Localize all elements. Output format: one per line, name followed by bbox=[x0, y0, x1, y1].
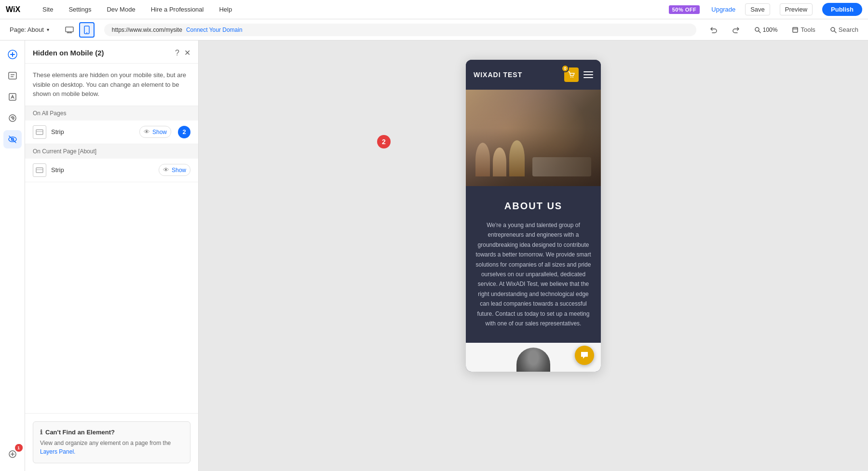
show-button-2[interactable]: 👁 Show bbox=[159, 164, 190, 176]
undo-button[interactable] bbox=[706, 24, 721, 36]
show-button-1[interactable]: 👁 Show bbox=[139, 126, 171, 138]
connect-domain-link[interactable]: Connect Your Domain bbox=[186, 27, 243, 33]
hero-people bbox=[475, 138, 591, 176]
cant-find-text: View and organize any element on a page … bbox=[40, 439, 183, 456]
about-text: We're a young and talented group of entr… bbox=[475, 220, 591, 328]
mobile-view-button[interactable] bbox=[79, 22, 95, 38]
svg-rect-16 bbox=[9, 72, 16, 79]
tools-label: Tools bbox=[800, 26, 815, 33]
svg-rect-31 bbox=[36, 168, 43, 173]
chat-button[interactable] bbox=[575, 346, 594, 365]
eye-icon-2: 👁 bbox=[163, 166, 169, 174]
panel-header: Hidden on Mobile (2) ? ✕ bbox=[25, 40, 198, 64]
hero-image bbox=[466, 90, 601, 186]
upgrade-button[interactable]: Upgrade bbox=[711, 6, 735, 13]
svg-point-6 bbox=[86, 32, 87, 33]
page-selector[interactable]: Page: About ▾ bbox=[6, 24, 53, 35]
svg-point-22 bbox=[12, 118, 13, 119]
badge-2: 2 bbox=[178, 126, 190, 138]
sidebar-bottom: 1 bbox=[3, 445, 22, 471]
main-layout: 1 Hidden on Mobile (2) ? ✕ These element… bbox=[0, 40, 868, 471]
about-section: ABOUT US We're a young and talented grou… bbox=[466, 186, 601, 343]
redo-button[interactable] bbox=[728, 24, 744, 36]
sidebar-icons: 1 bbox=[0, 40, 25, 471]
publish-button[interactable]: Publish bbox=[822, 3, 862, 16]
panel-footer: ℹ Can't Find an Element? View and organi… bbox=[25, 413, 198, 471]
notifications-button[interactable]: 1 bbox=[3, 445, 22, 463]
help-icon[interactable]: ? bbox=[175, 49, 179, 57]
element-name-1: Strip bbox=[51, 128, 135, 135]
device-buttons bbox=[62, 22, 95, 38]
section-all-pages: On All Pages bbox=[25, 106, 198, 121]
cant-find-title: ℹ Can't Find an Element? bbox=[40, 429, 183, 436]
hidden-elements-button[interactable] bbox=[3, 130, 22, 148]
url-bar: https://www.wix.com/mysite Connect Your … bbox=[104, 24, 696, 36]
info-icon: ℹ bbox=[40, 429, 42, 436]
svg-rect-1 bbox=[66, 27, 73, 32]
settings-menu[interactable]: Settings bbox=[66, 4, 94, 15]
header-icons: 0 bbox=[564, 67, 593, 82]
bottom-person bbox=[516, 348, 550, 372]
element-row-2: Strip 👁 Show bbox=[25, 159, 198, 182]
svg-rect-19 bbox=[9, 94, 16, 100]
help-menu[interactable]: Help bbox=[216, 4, 235, 15]
svg-line-12 bbox=[834, 31, 836, 33]
floating-badge: 2 bbox=[377, 135, 391, 148]
about-title: ABOUT US bbox=[475, 201, 591, 212]
element-row-1: Strip 👁 Show 2 bbox=[25, 121, 198, 144]
cart-badge: 0 bbox=[561, 65, 569, 72]
search-label: Search bbox=[839, 26, 858, 33]
site-logo: WIXADI TEST bbox=[474, 71, 522, 79]
svg-rect-9 bbox=[793, 27, 798, 32]
upgrade-badge: 50% OFF bbox=[669, 5, 700, 14]
app-market-button[interactable] bbox=[3, 109, 22, 127]
site-menu[interactable]: Site bbox=[40, 4, 56, 15]
zoom-value: 100% bbox=[763, 27, 778, 33]
design-button[interactable] bbox=[3, 88, 22, 106]
notification-badge: 1 bbox=[15, 444, 23, 451]
panel-title: Hidden on Mobile (2) bbox=[33, 49, 104, 57]
search-button[interactable]: Search bbox=[826, 24, 862, 35]
panel-description: These elements are hidden on your mobile… bbox=[25, 64, 198, 106]
panel-header-icons: ? ✕ bbox=[175, 48, 190, 57]
strip-icon-1 bbox=[33, 125, 46, 139]
svg-point-33 bbox=[570, 77, 571, 78]
element-name-2: Strip bbox=[51, 166, 154, 174]
close-icon[interactable]: ✕ bbox=[184, 48, 190, 57]
pages-button[interactable] bbox=[3, 67, 22, 85]
svg-line-8 bbox=[759, 31, 760, 33]
hamburger-menu[interactable] bbox=[583, 71, 593, 78]
preview-button[interactable]: Preview bbox=[780, 3, 813, 15]
top-nav: WiX Site Settings Dev Mode Hire a Profes… bbox=[0, 0, 868, 19]
url-text: https://www.wix.com/mysite bbox=[112, 27, 182, 33]
page-label: Page: About bbox=[10, 26, 44, 33]
strip-icon-2 bbox=[33, 163, 46, 177]
hire-professional-menu[interactable]: Hire a Professional bbox=[148, 4, 207, 15]
add-elements-button[interactable] bbox=[3, 45, 22, 64]
svg-rect-29 bbox=[36, 130, 43, 135]
svg-text:WiX: WiX bbox=[6, 6, 20, 13]
devmode-menu[interactable]: Dev Mode bbox=[104, 4, 138, 15]
save-button[interactable]: Save bbox=[745, 3, 770, 15]
wix-logo: WiX bbox=[6, 6, 26, 13]
zoom-control[interactable]: 100% bbox=[750, 25, 782, 35]
cart-button[interactable]: 0 bbox=[564, 67, 579, 82]
site-header: WIXADI TEST 0 bbox=[466, 60, 601, 90]
mobile-preview: WIXADI TEST 0 bbox=[466, 60, 601, 372]
desktop-view-button[interactable] bbox=[62, 22, 77, 38]
tools-button[interactable]: Tools bbox=[788, 24, 819, 35]
chevron-down-icon: ▾ bbox=[47, 27, 49, 32]
layers-panel-link[interactable]: Layers Panel. bbox=[40, 448, 75, 455]
eye-icon-1: 👁 bbox=[144, 128, 150, 135]
svg-point-34 bbox=[572, 77, 573, 78]
toolbar-right: 100% Tools Search bbox=[706, 24, 862, 36]
canvas-area: 2 WIXADI TEST 0 bbox=[199, 40, 868, 471]
section-current-page: On Current Page [About] bbox=[25, 144, 198, 159]
bottom-section bbox=[466, 343, 601, 372]
hidden-elements-panel: Hidden on Mobile (2) ? ✕ These elements … bbox=[25, 40, 199, 471]
second-bar: Page: About ▾ https://www.wix.com/mysite… bbox=[0, 19, 868, 40]
cant-find-box: ℹ Can't Find an Element? View and organi… bbox=[33, 421, 190, 463]
badge-2-floating: 2 bbox=[377, 135, 391, 148]
